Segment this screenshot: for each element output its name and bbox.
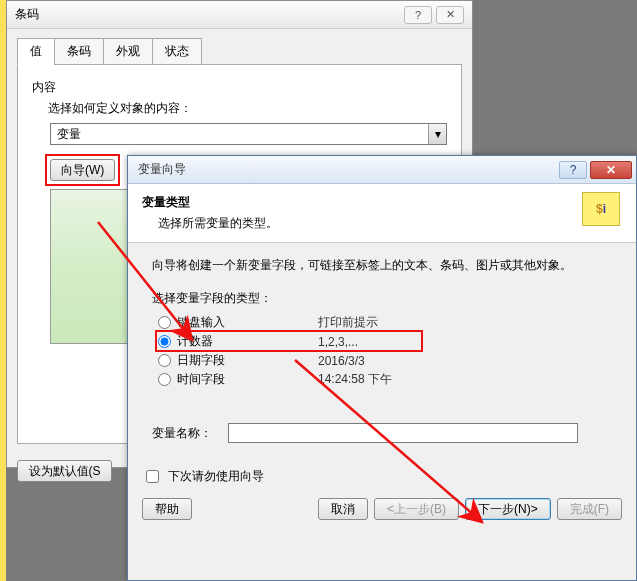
wizard-body: 向导将创建一个新变量字段，可链接至标签上的文本、条码、图片或其他对象。 选择变量…: [128, 243, 636, 457]
content-type-select[interactable]: 变量 ▾: [50, 123, 447, 145]
wizard-heading: 变量类型: [142, 194, 622, 211]
radio-date[interactable]: [158, 354, 171, 367]
wizard-subheading: 选择所需变量的类型。: [158, 215, 622, 232]
option-counter[interactable]: 计数器 1,2,3,...: [158, 332, 612, 351]
dont-show-checkbox[interactable]: [146, 470, 159, 483]
help-button[interactable]: 帮助: [142, 498, 192, 520]
back-button: <上一步(B): [374, 498, 459, 520]
select-value: 变量: [51, 126, 428, 143]
wizard-close-button[interactable]: ✕: [590, 161, 632, 179]
next-button[interactable]: 下一步(N)>: [465, 498, 551, 520]
varname-input[interactable]: [228, 423, 578, 443]
help-button[interactable]: ?: [404, 6, 432, 24]
finish-button: 完成(F): [557, 498, 622, 520]
variable-icon: $i: [582, 192, 620, 226]
close-button[interactable]: ✕: [436, 6, 464, 24]
option-keyboard-label: 键盘输入: [177, 314, 225, 331]
type-label: 选择变量字段的类型：: [152, 290, 612, 307]
radio-counter[interactable]: [158, 335, 171, 348]
option-time-example: 14:24:58 下午: [318, 371, 612, 388]
wizard-intro: 向导将创建一个新变量字段，可链接至标签上的文本、条码、图片或其他对象。: [152, 257, 612, 274]
radio-keyboard[interactable]: [158, 316, 171, 329]
cancel-button[interactable]: 取消: [318, 498, 368, 520]
option-date-label: 日期字段: [177, 352, 225, 369]
option-counter-example: 1,2,3,...: [318, 335, 612, 349]
option-keyboard[interactable]: 键盘输入 打印前提示: [158, 313, 612, 332]
dont-show-row: 下次请勿使用向导: [142, 467, 622, 486]
wizard-title: 变量向导: [138, 161, 559, 178]
dialog-titlebar[interactable]: 条码 ? ✕: [7, 1, 472, 29]
varname-label: 变量名称：: [152, 425, 228, 442]
option-counter-label: 计数器: [177, 333, 213, 350]
tabs: 值 条码 外观 状态: [7, 29, 472, 64]
tab-appearance[interactable]: 外观: [103, 38, 153, 65]
dont-show-label: 下次请勿使用向导: [168, 468, 264, 485]
define-label: 选择如何定义对象的内容：: [48, 100, 447, 117]
variable-type-options: 键盘输入 打印前提示 计数器 1,2,3,... 日期字段 2016/3/3 时…: [158, 313, 612, 389]
set-default-button[interactable]: 设为默认值(S: [17, 460, 112, 482]
wizard-header: 变量类型 选择所需变量的类型。 $i: [128, 184, 636, 243]
option-date-example: 2016/3/3: [318, 354, 612, 368]
tab-value[interactable]: 值: [17, 38, 55, 65]
option-date[interactable]: 日期字段 2016/3/3: [158, 351, 612, 370]
radio-time[interactable]: [158, 373, 171, 386]
wizard-button[interactable]: 向导(W): [50, 159, 115, 181]
option-keyboard-example: 打印前提示: [318, 314, 612, 331]
content-group-label: 内容: [32, 79, 447, 96]
option-time-label: 时间字段: [177, 371, 225, 388]
wizard-titlebar[interactable]: 变量向导 ? ✕: [128, 156, 636, 184]
chevron-down-icon: ▾: [428, 124, 446, 144]
tab-status[interactable]: 状态: [152, 38, 202, 65]
variable-wizard-dialog: 变量向导 ? ✕ 变量类型 选择所需变量的类型。 $i 向导将创建一个新变量字段…: [127, 155, 637, 581]
wizard-help-button[interactable]: ?: [559, 161, 587, 179]
tab-barcode[interactable]: 条码: [54, 38, 104, 65]
option-time[interactable]: 时间字段 14:24:58 下午: [158, 370, 612, 389]
dialog-title: 条码: [15, 6, 400, 23]
wizard-footer: 帮助 取消 <上一步(B) 下一步(N)> 完成(F): [128, 492, 636, 530]
varname-row: 变量名称：: [152, 423, 612, 443]
